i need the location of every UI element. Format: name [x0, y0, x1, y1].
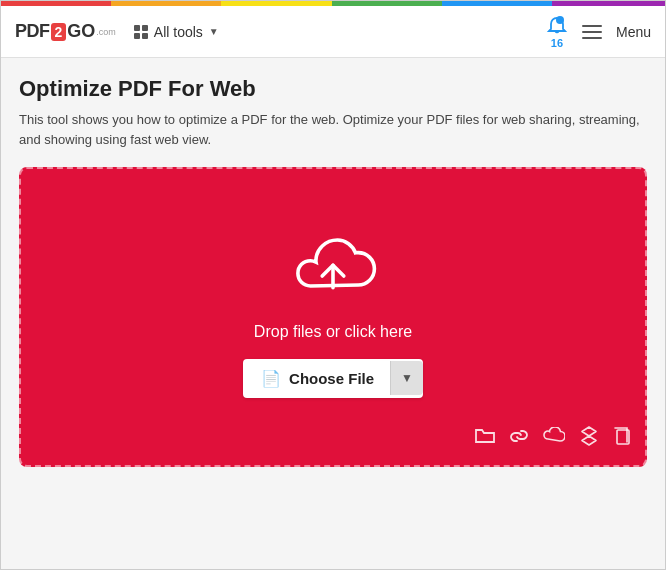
content-area: Optimize PDF For Web This tool shows you…	[1, 58, 665, 569]
dropzone[interactable]: Drop files or click here 📄 Choose File ▼	[19, 167, 647, 467]
logo-pdf-text: PDF	[15, 21, 50, 42]
app-window: PDF 2 GO .com All tools ▼ 16	[0, 0, 666, 570]
choose-file-dropdown-arrow[interactable]: ▼	[390, 361, 423, 395]
grid-icon	[134, 25, 148, 39]
svg-marker-2	[582, 427, 596, 445]
all-tools-button[interactable]: All tools ▼	[134, 24, 219, 40]
logo[interactable]: PDF 2 GO .com	[15, 21, 116, 42]
page-title: Optimize PDF For Web	[19, 76, 647, 102]
choose-file-button[interactable]: 📄 Choose File ▼	[243, 359, 423, 398]
choose-file-label: Choose File	[289, 370, 374, 387]
cloud-upload-icon	[288, 237, 378, 307]
svg-point-0	[556, 16, 564, 24]
nav-right: 16 Menu	[546, 15, 651, 49]
logo-box: 2	[51, 23, 67, 41]
cloud-icon[interactable]	[543, 427, 565, 450]
folder-open-icon[interactable]	[475, 427, 495, 450]
link-icon[interactable]	[509, 427, 529, 450]
copy-icon[interactable]	[613, 426, 631, 451]
file-icon: 📄	[261, 369, 281, 388]
page-description: This tool shows you how to optimize a PD…	[19, 110, 647, 149]
logo-go-text: GO	[67, 21, 95, 42]
notification-count: 16	[551, 37, 563, 49]
bell-icon	[546, 15, 568, 37]
bottom-icons-row	[475, 426, 631, 451]
dropbox-icon[interactable]	[579, 426, 599, 451]
chevron-down-icon: ▼	[209, 26, 219, 37]
navbar: PDF 2 GO .com All tools ▼ 16	[1, 6, 665, 58]
notification-icon[interactable]: 16	[546, 15, 568, 49]
logo-com-text: .com	[96, 27, 116, 37]
drop-text: Drop files or click here	[254, 323, 412, 341]
hamburger-icon[interactable]	[582, 25, 602, 39]
all-tools-label: All tools	[154, 24, 203, 40]
menu-label[interactable]: Menu	[616, 24, 651, 40]
